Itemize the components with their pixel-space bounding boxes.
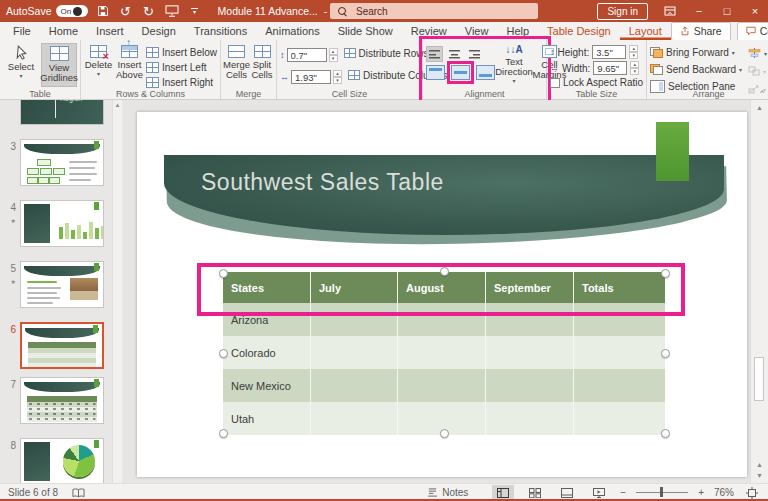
slide-sorter-view-button[interactable] [524,485,546,500]
maximize-button[interactable]: □ [720,5,734,17]
scroll-up-icon[interactable]: ▲ [113,102,122,108]
send-backward-button[interactable]: Send Backward ▾ [650,62,742,77]
scrollbar-thumb[interactable] [754,357,764,401]
customize-quick-access-icon[interactable]: ▾ [187,3,203,19]
search-box[interactable] [330,3,538,19]
header-september[interactable]: September [486,272,574,303]
thumbnail-slide-3[interactable]: 3 [0,139,112,186]
align-center-button[interactable] [446,46,463,62]
scroll-up-icon[interactable]: ▲ [751,104,768,111]
align-bottom-button[interactable] [476,65,495,80]
present-from-beginning-icon[interactable] [164,3,180,19]
selection-handle-bottom-left[interactable] [219,429,228,438]
normal-view-button[interactable] [492,485,514,500]
save-icon[interactable] [95,3,111,19]
thumbnail-slide-4[interactable]: 4 ★ [0,200,112,247]
header-states[interactable]: States [223,272,311,303]
table-header-row[interactable]: States July August September Totals [223,272,665,303]
ribbon-display-options-icon[interactable] [662,3,678,19]
zoom-slider[interactable] [636,492,688,493]
table-width-spinner[interactable]: ▴▾ [630,61,639,75]
thumbnail-slide-8[interactable]: 8 [0,438,112,483]
autosave-switch[interactable]: On [56,5,88,17]
reading-view-button[interactable] [556,485,578,500]
slide-5-thumbnail[interactable] [20,261,104,308]
selection-handle-top-middle[interactable] [440,267,449,276]
previous-slide-button[interactable]: ▲ [756,461,763,468]
selection-handle-bottom-middle[interactable] [440,429,449,438]
column-width-input[interactable] [291,70,331,84]
thumbnail-slide-2-partial[interactable]: Region [0,100,112,125]
thumbnail-slide-7[interactable]: 7 [0,377,112,424]
merge-cells-button[interactable]: Merge Cells [224,43,249,87]
thumbnail-scrollbar[interactable]: ▲ [112,100,122,483]
selection-handle-top-left[interactable] [219,269,228,278]
autosave-toggle[interactable]: AutoSave On [6,5,88,17]
lock-aspect-ratio-checkbox[interactable] [550,78,560,88]
minimize-button[interactable]: − [692,5,706,17]
slide-6-editing-surface[interactable]: Southwest Sales Table States July August… [137,112,747,477]
delete-button[interactable]: × Delete ▾ [84,43,113,87]
tab-home[interactable]: Home [40,22,87,40]
align-objects-button[interactable]: ▾ [748,46,767,61]
header-totals[interactable]: Totals [574,272,665,303]
tab-help[interactable]: Help [497,22,538,40]
sales-table[interactable]: States July August September Totals Ariz… [223,272,665,435]
tab-file[interactable]: File [4,22,40,40]
insert-below-button[interactable]: Insert Below [146,45,217,59]
next-slide-button[interactable]: ▼ [756,472,763,479]
select-button[interactable]: Select ▾ [3,43,39,87]
tab-view[interactable]: View [456,22,498,40]
tab-table-design[interactable]: Table Design [538,22,620,40]
zoom-in-button[interactable]: + [698,487,704,498]
zoom-level[interactable]: 76% [714,487,734,498]
zoom-out-button[interactable]: − [620,487,626,498]
accessibility-icon[interactable] [70,485,86,501]
row-height-input[interactable] [287,48,327,62]
tab-design[interactable]: Design [133,22,185,40]
slide-2-thumbnail[interactable]: Region [20,100,104,125]
column-width-spinner[interactable]: ▴▾ [333,70,342,84]
green-accent-rectangle[interactable] [656,122,689,181]
undo-icon[interactable]: ↺ [118,3,134,19]
slide-4-thumbnail[interactable] [20,200,104,247]
insert-above-button[interactable]: ↑ Insert Above [115,43,144,87]
row-height-spinner[interactable]: ▴▾ [329,48,338,62]
slide-6-thumbnail[interactable] [20,322,104,369]
slide-7-thumbnail[interactable] [20,377,104,424]
header-july[interactable]: July [311,272,398,303]
search-input[interactable] [354,5,498,18]
thumbnail-slide-6-selected[interactable]: 6 [0,322,112,369]
insert-left-button[interactable]: Insert Left [146,60,217,74]
text-direction-button[interactable]: ↓↓A Text Direction ▾ [497,43,531,87]
slide-title[interactable]: Southwest Sales Table [201,169,444,196]
table-height-spinner[interactable]: ▴▾ [629,45,638,59]
selection-handle-middle-right[interactable] [661,349,670,358]
sign-in-button[interactable]: Sign in [597,3,648,20]
distribute-rows-button[interactable]: Distribute Rows [344,46,429,60]
tab-layout[interactable]: Layout [620,22,671,40]
table-row[interactable]: Colorado [223,336,665,369]
table-width-input[interactable] [593,61,627,75]
fit-slide-to-window-icon[interactable] [744,485,760,501]
redo-icon[interactable]: ↻ [141,3,157,19]
tab-review[interactable]: Review [402,22,456,40]
header-august[interactable]: August [398,272,486,303]
table-row[interactable]: Arizona [223,303,665,336]
slide-3-thumbnail[interactable] [20,139,104,186]
slide-8-thumbnail[interactable] [20,438,104,483]
zoom-slider-thumb[interactable] [660,487,663,497]
collapse-ribbon-icon[interactable]: ^ [760,88,764,97]
tab-slide-show[interactable]: Slide Show [329,22,402,40]
center-vertically-button[interactable] [451,65,470,80]
table-row[interactable]: New Mexico [223,369,665,402]
close-button[interactable]: × [748,5,762,17]
table-height-input[interactable] [592,45,626,59]
align-right-button[interactable] [466,46,483,62]
vertical-scrollbar[interactable]: ▲ ▲ ▼ [750,100,768,483]
selection-handle-bottom-right[interactable] [661,429,670,438]
share-button[interactable]: Share [671,22,731,41]
tab-animations[interactable]: Animations [256,22,328,40]
selection-handle-top-right[interactable] [661,269,670,278]
tab-transitions[interactable]: Transitions [185,22,256,40]
